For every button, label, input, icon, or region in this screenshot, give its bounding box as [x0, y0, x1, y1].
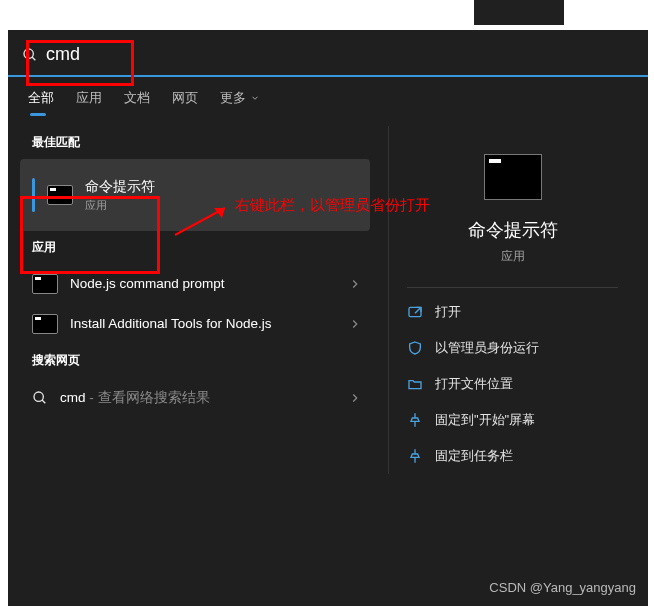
- divider: [407, 287, 618, 288]
- section-web: 搜索网页: [20, 344, 370, 377]
- preview-header: 命令提示符 应用 打开 以管理员身份运行 打开文件位置 固定到"开始": [389, 126, 636, 474]
- action-label: 以管理员身份运行: [435, 339, 539, 357]
- tabs: 全部 应用 文档 网页 更多: [8, 77, 648, 115]
- active-tab-indicator: [30, 113, 46, 116]
- svg-line-1: [32, 57, 35, 60]
- tab-web[interactable]: 网页: [172, 89, 198, 107]
- web-hint: - 查看网络搜索结果: [86, 390, 210, 405]
- web-search-item[interactable]: cmd - 查看网络搜索结果: [20, 377, 370, 419]
- web-text: cmd - 查看网络搜索结果: [60, 389, 210, 407]
- search-query: cmd: [46, 44, 80, 65]
- section-apps: 应用: [20, 231, 370, 264]
- window-edge: [0, 0, 654, 30]
- section-best-match: 最佳匹配: [20, 126, 370, 159]
- best-match-title: 命令提示符: [85, 178, 155, 196]
- svg-line-3: [42, 400, 45, 403]
- action-label: 固定到任务栏: [435, 447, 513, 465]
- tab-all[interactable]: 全部: [28, 89, 54, 107]
- action-open[interactable]: 打开: [389, 294, 636, 330]
- action-label: 打开文件位置: [435, 375, 513, 393]
- tab-docs[interactable]: 文档: [124, 89, 150, 107]
- svg-point-2: [34, 392, 43, 401]
- search-input[interactable]: cmd: [22, 44, 80, 65]
- action-label: 打开: [435, 303, 461, 321]
- svg-point-0: [24, 49, 33, 58]
- action-label: 固定到"开始"屏幕: [435, 411, 535, 429]
- tab-apps[interactable]: 应用: [76, 89, 102, 107]
- chevron-right-icon: [348, 317, 362, 331]
- watermark: CSDN @Yang_yangyang: [489, 580, 636, 595]
- app-title: Node.js command prompt: [70, 275, 225, 293]
- pin-icon: [407, 448, 423, 464]
- open-icon: [407, 304, 423, 320]
- search-icon: [32, 390, 48, 406]
- selection-indicator: [32, 178, 35, 212]
- action-pin-start[interactable]: 固定到"开始"屏幕: [389, 402, 636, 438]
- search-panel: cmd 全部 应用 文档 网页 更多 最佳匹配 命令提示符 应用 应用: [8, 30, 648, 606]
- folder-icon: [407, 376, 423, 392]
- search-row: cmd: [8, 30, 648, 75]
- web-term: cmd: [60, 390, 86, 405]
- chevron-right-icon: [348, 277, 362, 291]
- tab-more-label: 更多: [220, 89, 246, 107]
- search-icon: [22, 47, 38, 63]
- tab-more[interactable]: 更多: [220, 89, 260, 107]
- preview-pane: 命令提示符 应用 打开 以管理员身份运行 打开文件位置 固定到"开始": [388, 126, 636, 474]
- action-open-location[interactable]: 打开文件位置: [389, 366, 636, 402]
- cmd-icon: [32, 274, 58, 294]
- app-item-node-tools[interactable]: Install Additional Tools for Node.js: [20, 304, 370, 344]
- action-pin-taskbar[interactable]: 固定到任务栏: [389, 438, 636, 474]
- best-match-item[interactable]: 命令提示符 应用: [20, 159, 370, 231]
- best-match-text: 命令提示符 应用: [85, 178, 155, 213]
- chevron-right-icon: [348, 391, 362, 405]
- preview-sub: 应用: [501, 248, 525, 265]
- app-title: Install Additional Tools for Node.js: [70, 315, 272, 333]
- cmd-icon-large: [484, 154, 542, 200]
- results-body: 最佳匹配 命令提示符 应用 应用 Node.js command prompt: [8, 126, 648, 474]
- action-run-admin[interactable]: 以管理员身份运行: [389, 330, 636, 366]
- chevron-down-icon: [250, 93, 260, 103]
- app-item-node-prompt[interactable]: Node.js command prompt: [20, 264, 370, 304]
- shield-icon: [407, 340, 423, 356]
- preview-title: 命令提示符: [468, 218, 558, 242]
- cmd-icon: [32, 314, 58, 334]
- results-left: 最佳匹配 命令提示符 应用 应用 Node.js command prompt: [20, 126, 370, 474]
- pin-icon: [407, 412, 423, 428]
- best-match-sub: 应用: [85, 198, 155, 213]
- cmd-icon: [47, 185, 73, 205]
